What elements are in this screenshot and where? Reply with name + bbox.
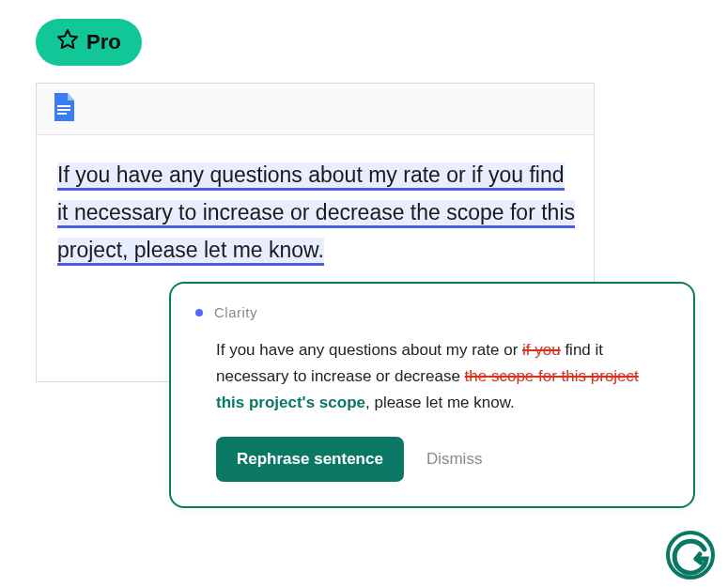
suggestion-segment: If you have any questions about my rate …: [216, 341, 522, 359]
suggestion-popup: Clarity If you have any questions about …: [169, 282, 695, 508]
suggestion-category: Clarity: [214, 304, 257, 320]
svg-marker-0: [58, 30, 77, 48]
document-header: [37, 84, 594, 135]
document-icon: [52, 93, 74, 125]
dismiss-button[interactable]: Dismiss: [426, 450, 483, 469]
svg-rect-3: [57, 113, 67, 115]
suggestion-header: Clarity: [195, 304, 669, 320]
svg-rect-2: [57, 109, 70, 111]
rephrase-button[interactable]: Rephrase sentence: [216, 437, 404, 482]
pro-badge-label: Pro: [86, 30, 121, 54]
star-icon: [56, 28, 79, 56]
suggestion-text: If you have any questions about my rate …: [195, 337, 669, 416]
svg-rect-1: [57, 105, 70, 107]
category-dot-icon: [195, 309, 203, 317]
suggestion-segment: , please let me know.: [365, 394, 515, 411]
suggestion-insert: this project's scope: [216, 394, 365, 411]
suggestion-strike: the scope for this project: [465, 367, 639, 385]
grammarly-icon[interactable]: [666, 531, 715, 579]
suggestion-actions: Rephrase sentence Dismiss: [195, 437, 669, 482]
pro-badge: Pro: [36, 19, 142, 66]
suggestion-strike: if you: [522, 341, 561, 359]
highlighted-sentence[interactable]: If you have any questions about my rate …: [57, 162, 575, 266]
